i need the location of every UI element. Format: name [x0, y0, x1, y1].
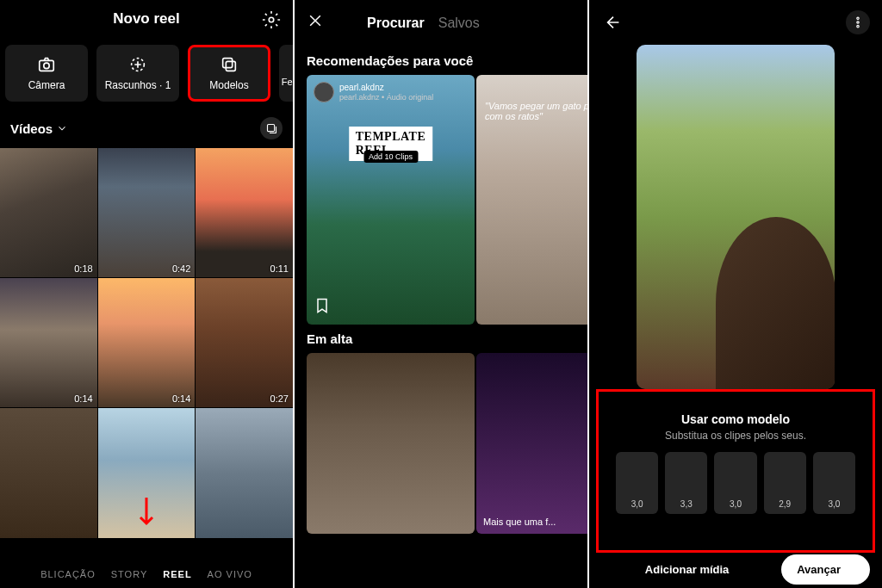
svg-rect-4	[223, 59, 233, 68]
tab-label: Feito	[282, 77, 293, 87]
bookmark-icon[interactable]	[314, 297, 331, 318]
tab-drafts[interactable]: Rascunhos · 1	[96, 45, 179, 102]
camera-icon	[37, 55, 56, 74]
reel-card[interactable]: pearl.akdnz pearl.akdnz • Áudio original…	[307, 75, 475, 325]
reel-quote: "Vamos pegar um gato para acabar com os …	[485, 101, 587, 121]
video-thumb[interactable]	[0, 408, 97, 537]
header: Procurar Salvos	[295, 0, 587, 46]
svg-point-7	[857, 17, 859, 19]
more-icon[interactable]	[846, 10, 870, 34]
close-icon[interactable]	[307, 12, 324, 34]
multi-select-icon[interactable]	[260, 117, 283, 139]
svg-point-9	[857, 25, 859, 27]
reel-author[interactable]: pearl.akdnz pearl.akdnz • Áudio original	[314, 82, 433, 102]
screen-browse-templates: Procurar Salvos Recomendações para você …	[295, 0, 587, 588]
screen-new-reel: Novo reel Câmera Rascunhos · 1 Modelos F…	[0, 0, 293, 588]
back-icon[interactable]	[601, 10, 625, 34]
svg-point-2	[44, 63, 49, 68]
preview-content	[716, 217, 835, 389]
reel-caption: Mais que uma f...	[483, 517, 556, 527]
tab-label: Modelos	[209, 79, 248, 91]
tab-story[interactable]: STORY	[111, 569, 148, 579]
panel-title: Usar como modelo	[616, 412, 855, 426]
drafts-icon	[128, 55, 147, 74]
duration: 0:14	[172, 393, 190, 404]
svg-rect-5	[226, 61, 235, 71]
templates-icon	[220, 55, 239, 74]
chevron-down-icon	[56, 122, 68, 134]
video-thumb[interactable]: 0:11	[196, 148, 293, 277]
overlay-subtitle: Add 10 Clips	[363, 151, 418, 163]
clip-slot[interactable]: 3,0	[813, 452, 855, 514]
duration: 0:27	[270, 393, 289, 404]
svg-point-0	[269, 17, 274, 22]
reel-card[interactable]: "Vamos pegar um gato para acabar com os …	[476, 75, 587, 325]
annotation-arrow-icon	[136, 496, 157, 536]
tab-reel[interactable]: REEL	[163, 569, 191, 579]
video-thumb[interactable]: 0:42	[98, 148, 196, 277]
tab-label: Câmera	[28, 79, 65, 91]
video-thumb[interactable]: 0:18	[0, 148, 97, 277]
header	[589, 0, 882, 45]
tab-search[interactable]: Procurar	[367, 15, 425, 31]
video-thumb[interactable]: 0:27	[196, 278, 293, 407]
svg-rect-1	[40, 60, 54, 71]
trending-row: Mais que uma f...	[295, 353, 587, 534]
top-tabs: Procurar Salvos	[367, 15, 480, 31]
clip-slots: 3,0 3,3 3,0 2,9 3,0	[616, 452, 855, 514]
video-thumb[interactable]: 0:14	[98, 278, 196, 407]
tab-made[interactable]: Feito	[279, 45, 293, 102]
chevron-right-icon	[844, 565, 854, 575]
reel-card[interactable]	[307, 353, 475, 534]
clip-slot[interactable]: 3,0	[714, 452, 756, 514]
author-name: pearl.akdnz	[339, 83, 433, 93]
video-thumb[interactable]: 0:14	[0, 278, 97, 407]
tab-templates[interactable]: Modelos	[188, 45, 270, 102]
duration: 0:18	[74, 263, 92, 274]
gallery-dropdown[interactable]: Vídeos	[10, 121, 68, 136]
recommendations-row: pearl.akdnz pearl.akdnz • Áudio original…	[295, 75, 587, 325]
template-preview[interactable]	[637, 45, 835, 389]
screen-template-editor: Usar como modelo Substitua os clipes pel…	[589, 0, 882, 588]
header: Novo reel	[0, 0, 293, 38]
svg-rect-6	[267, 124, 274, 131]
panel-subtitle: Substitua os clipes pelos seus.	[616, 430, 855, 442]
tab-post[interactable]: BLICAÇÃO	[40, 569, 96, 579]
tab-label: Rascunhos · 1	[105, 79, 171, 91]
reel-card[interactable]: Mais que uma f...	[476, 353, 587, 534]
tab-camera[interactable]: Câmera	[5, 45, 88, 102]
video-thumb[interactable]	[196, 408, 293, 537]
clip-slot[interactable]: 2,9	[764, 452, 806, 514]
avatar	[314, 82, 334, 102]
trending-title: Em alta	[295, 325, 587, 353]
tab-saved[interactable]: Salvos	[438, 15, 480, 31]
template-panel: Usar como modelo Substitua os clipes pel…	[596, 389, 875, 553]
next-button[interactable]: Avançar	[781, 554, 870, 585]
gallery-section-header: Vídeos	[0, 108, 293, 148]
bottom-actions: Adicionar mídia Avançar	[589, 553, 882, 586]
duration: 0:42	[172, 263, 190, 274]
clip-slot[interactable]: 3,0	[616, 452, 658, 514]
clip-slot[interactable]: 3,3	[665, 452, 707, 514]
audio-label: pearl.akdnz • Áudio original	[339, 93, 433, 102]
settings-icon[interactable]	[262, 10, 281, 33]
duration: 0:14	[74, 393, 92, 404]
page-title: Novo reel	[113, 10, 179, 28]
video-grid: 0:18 0:42 0:11 0:14 0:14 0:27	[0, 148, 293, 538]
add-media-button[interactable]: Adicionar mídia	[601, 553, 773, 586]
duration: 0:11	[270, 263, 289, 274]
create-tabs: Câmera Rascunhos · 1 Modelos Feito	[0, 38, 293, 108]
tab-live[interactable]: AO VIVO	[208, 569, 252, 579]
bottom-mode-tabs: BLICAÇÃO STORY REEL AO VIVO	[0, 569, 293, 579]
svg-point-8	[857, 22, 859, 23]
recommendations-title: Recomendações para você	[295, 46, 587, 75]
